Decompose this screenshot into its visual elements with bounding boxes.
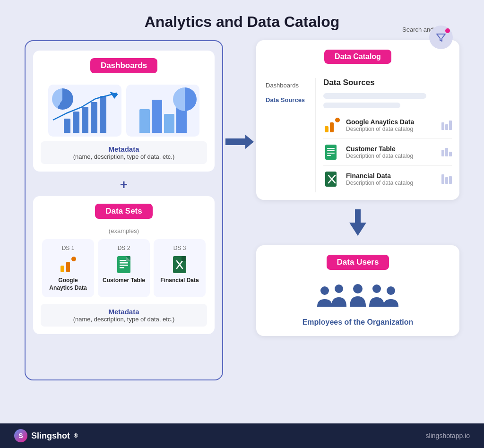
svg-rect-21: [325, 172, 337, 187]
metadata-desc-1: (name, description, type of data, etc.): [73, 153, 175, 160]
ds-card-1: DS 1 Google Anaytics Data: [42, 239, 94, 297]
svg-rect-6: [120, 262, 128, 264]
ds3-name: Financial Data: [158, 277, 201, 284]
google-analytics-icon-1: [59, 255, 78, 274]
svg-rect-8: [120, 267, 124, 268]
dashboards-badge: Dashboards: [90, 58, 157, 73]
catalog-left-nav: Dashboards Data Sources: [264, 78, 316, 192]
ds-card-2: DS 2 Customer Table: [98, 239, 150, 297]
svg-rect-14: [330, 122, 334, 132]
ds-card-3: DS 3 Financial Data: [154, 239, 206, 297]
bar2-3: [164, 114, 174, 133]
svg-rect-20: [327, 155, 331, 156]
item3-bars: [441, 174, 452, 184]
metadata-title-1: Metadata: [108, 145, 139, 153]
mini-bar: [449, 176, 452, 184]
item1-desc: Description of data catalog: [346, 126, 436, 132]
mini-bar: [449, 152, 452, 156]
item1-bars: [441, 121, 452, 130]
nav-data-sources[interactable]: Data Sources: [264, 93, 311, 107]
svg-rect-2: [66, 262, 70, 272]
arrow-stem: [355, 209, 361, 223]
svg-rect-17: [327, 148, 335, 149]
excel-icon-1: [170, 255, 189, 274]
svg-marker-12: [225, 135, 254, 149]
arrow-down-group: [349, 209, 366, 236]
bar2-1: [139, 109, 150, 133]
data-users-panel: Data Users: [256, 245, 459, 336]
arrow-down-container: [349, 209, 366, 236]
users-icons: [264, 282, 452, 314]
svg-rect-18: [327, 150, 335, 151]
pie-chart-right: [173, 87, 197, 111]
svg-point-22: [320, 286, 329, 295]
mini-bar: [445, 177, 448, 184]
item2-name: Customer Table: [346, 145, 436, 153]
google-sheets-icon-1: [114, 255, 133, 274]
arrow-down-icon: [349, 223, 366, 236]
mini-bar: [441, 174, 444, 184]
item2-desc: Description of data catalog: [346, 153, 436, 159]
data-item-info-1: Google Anaytics Data Description of data…: [346, 118, 436, 132]
metadata-box-2: Metadata (name, description, type of dat…: [41, 304, 207, 327]
data-item-2[interactable]: Customer Table Description of data catal…: [323, 139, 452, 166]
skeleton-2: [323, 103, 400, 108]
right-panel: Search and Filter Data Catalog: [256, 40, 459, 336]
catalog-header: Data Catalog: [264, 50, 452, 70]
users-label: Employees of the Organization: [264, 318, 452, 327]
dashboards-section: Dashboards: [33, 51, 215, 172]
line-chart-overlay: [48, 89, 121, 127]
metadata-title-2: Metadata: [108, 308, 139, 316]
data-catalog-panel: Data Catalog Dashboards Data So: [256, 40, 459, 200]
ga-icon-catalog: [323, 117, 340, 134]
svg-rect-19: [327, 153, 335, 154]
datasets-badge: Data Sets: [95, 204, 152, 219]
svg-point-24: [353, 284, 363, 293]
item1-name: Google Anaytics Data: [346, 118, 436, 126]
ds3-label: DS 3: [158, 245, 201, 251]
metadata-box-1: Metadata (name, description, type of dat…: [41, 141, 207, 164]
left-panel: Dashboards: [25, 40, 223, 380]
plus-sign: +: [33, 177, 215, 192]
svg-point-15: [335, 118, 340, 122]
ds-row: DS 1 Google Anaytics Data DS 2: [41, 239, 207, 297]
data-catalog-badge: Data Catalog: [324, 50, 391, 64]
mini-bar: [441, 150, 444, 156]
filter-dot: [445, 28, 450, 33]
registered-mark: ®: [74, 432, 78, 439]
catalog-content: Dashboards Data Sources Data Sources: [264, 78, 452, 192]
datasets-section: Data Sets (examples) DS 1 Google Anaytic…: [33, 196, 215, 334]
filter-button[interactable]: [429, 26, 453, 49]
examples-label: (examples): [41, 227, 207, 234]
sheets-icon-catalog: [323, 144, 340, 161]
svg-point-3: [71, 257, 76, 261]
arrow-right-container: [223, 40, 256, 149]
people-icon-group: [311, 282, 405, 310]
item3-desc: Description of data catalog: [346, 180, 436, 186]
svg-point-25: [372, 284, 381, 293]
mini-bar: [449, 121, 452, 130]
mini-bar: [445, 124, 448, 130]
mini-bar: [441, 122, 444, 130]
main-layout: Dashboards: [0, 40, 484, 380]
bar2-2: [152, 100, 162, 133]
footer: S Slingshot ® slingshotapp.io: [0, 423, 484, 448]
excel-icon-catalog: [323, 171, 340, 188]
catalog-main: Data Sources Google A: [316, 78, 452, 192]
data-item-3[interactable]: Financial Data Description of data catal…: [323, 166, 452, 192]
brand-name: Slingshot: [31, 431, 70, 441]
nav-dashboards[interactable]: Dashboards: [264, 78, 311, 93]
arrow-right-icon: [225, 135, 254, 149]
skeleton-1: [323, 93, 426, 99]
svg-point-23: [335, 284, 343, 293]
catalog-wrapper: Search and Filter Data Catalog: [256, 40, 459, 200]
footer-url: slingshotapp.io: [426, 432, 470, 439]
chart-box-left: [48, 85, 121, 137]
data-item-1[interactable]: Google Anaytics Data Description of data…: [323, 112, 452, 139]
svg-rect-11: [182, 256, 186, 261]
filter-icon: [435, 32, 447, 43]
chart-box-right: [126, 85, 199, 137]
svg-rect-1: [60, 266, 64, 272]
svg-point-26: [387, 286, 395, 295]
ds2-name: Customer Table: [103, 277, 145, 284]
